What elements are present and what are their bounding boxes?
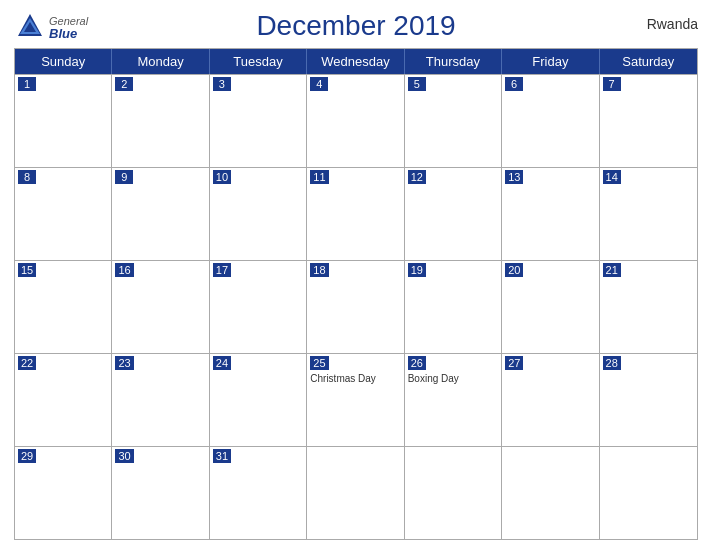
day-headers-row: Sunday Monday Tuesday Wednesday Thursday…	[15, 49, 697, 74]
day-number: 9	[115, 170, 133, 184]
day-number	[603, 449, 621, 451]
day-cell: 5	[405, 75, 502, 167]
day-number: 31	[213, 449, 231, 463]
day-number: 5	[408, 77, 426, 91]
day-cell: 14	[600, 168, 697, 260]
week-row-5: 293031	[15, 446, 697, 539]
day-number	[408, 449, 426, 451]
day-cell: 10	[210, 168, 307, 260]
day-number: 15	[18, 263, 36, 277]
day-cell: 18	[307, 261, 404, 353]
day-number: 10	[213, 170, 231, 184]
logo-blue-text: Blue	[49, 27, 88, 41]
day-number: 29	[18, 449, 36, 463]
day-number: 27	[505, 356, 523, 370]
day-number: 23	[115, 356, 133, 370]
day-cell: 19	[405, 261, 502, 353]
day-number: 26	[408, 356, 426, 370]
week-row-2: 891011121314	[15, 167, 697, 260]
day-number: 18	[310, 263, 328, 277]
day-number: 16	[115, 263, 133, 277]
week-row-3: 15161718192021	[15, 260, 697, 353]
day-number	[310, 449, 328, 451]
day-cell: 4	[307, 75, 404, 167]
day-number: 3	[213, 77, 231, 91]
holiday-label: Boxing Day	[408, 373, 498, 385]
day-number: 4	[310, 77, 328, 91]
weeks-container: 1234567891011121314151617181920212223242…	[15, 74, 697, 539]
day-number: 6	[505, 77, 523, 91]
day-number: 25	[310, 356, 328, 370]
day-number	[505, 449, 523, 451]
header-friday: Friday	[502, 49, 599, 74]
day-cell	[600, 447, 697, 539]
day-number: 2	[115, 77, 133, 91]
header-saturday: Saturday	[600, 49, 697, 74]
day-cell: 22	[15, 354, 112, 446]
header-wednesday: Wednesday	[307, 49, 404, 74]
day-cell: 27	[502, 354, 599, 446]
header-monday: Monday	[112, 49, 209, 74]
day-number: 24	[213, 356, 231, 370]
day-number: 8	[18, 170, 36, 184]
header-thursday: Thursday	[405, 49, 502, 74]
day-cell	[307, 447, 404, 539]
month-title: December 2019	[256, 10, 455, 42]
day-cell: 25Christmas Day	[307, 354, 404, 446]
day-number: 19	[408, 263, 426, 277]
day-number: 28	[603, 356, 621, 370]
day-cell: 17	[210, 261, 307, 353]
day-cell: 7	[600, 75, 697, 167]
day-number: 1	[18, 77, 36, 91]
day-cell: 13	[502, 168, 599, 260]
calendar-header: General Blue December 2019 Rwanda	[14, 10, 698, 42]
day-number: 20	[505, 263, 523, 277]
day-cell: 23	[112, 354, 209, 446]
day-cell: 11	[307, 168, 404, 260]
day-cell: 9	[112, 168, 209, 260]
week-row-1: 1234567	[15, 74, 697, 167]
logo-icon	[14, 10, 46, 46]
day-cell: 20	[502, 261, 599, 353]
day-number: 30	[115, 449, 133, 463]
day-cell: 21	[600, 261, 697, 353]
holiday-label: Christmas Day	[310, 373, 400, 385]
day-cell: 28	[600, 354, 697, 446]
logo: General Blue	[14, 10, 88, 46]
day-cell: 2	[112, 75, 209, 167]
calendar-grid: Sunday Monday Tuesday Wednesday Thursday…	[14, 48, 698, 540]
day-cell: 8	[15, 168, 112, 260]
header-tuesday: Tuesday	[210, 49, 307, 74]
day-cell	[502, 447, 599, 539]
country-name: Rwanda	[647, 16, 698, 32]
day-cell: 6	[502, 75, 599, 167]
day-cell: 26Boxing Day	[405, 354, 502, 446]
day-cell: 24	[210, 354, 307, 446]
day-cell	[405, 447, 502, 539]
day-number: 11	[310, 170, 328, 184]
day-number: 12	[408, 170, 426, 184]
day-number: 7	[603, 77, 621, 91]
day-cell: 29	[15, 447, 112, 539]
day-cell: 30	[112, 447, 209, 539]
day-cell: 31	[210, 447, 307, 539]
day-cell: 15	[15, 261, 112, 353]
day-number: 14	[603, 170, 621, 184]
day-cell: 16	[112, 261, 209, 353]
day-cell: 1	[15, 75, 112, 167]
day-number: 13	[505, 170, 523, 184]
day-number: 21	[603, 263, 621, 277]
header-sunday: Sunday	[15, 49, 112, 74]
calendar-wrapper: General Blue December 2019 Rwanda Sunday…	[0, 0, 712, 550]
week-row-4: 22232425Christmas Day26Boxing Day2728	[15, 353, 697, 446]
day-cell: 3	[210, 75, 307, 167]
day-cell: 12	[405, 168, 502, 260]
day-number: 17	[213, 263, 231, 277]
day-number: 22	[18, 356, 36, 370]
